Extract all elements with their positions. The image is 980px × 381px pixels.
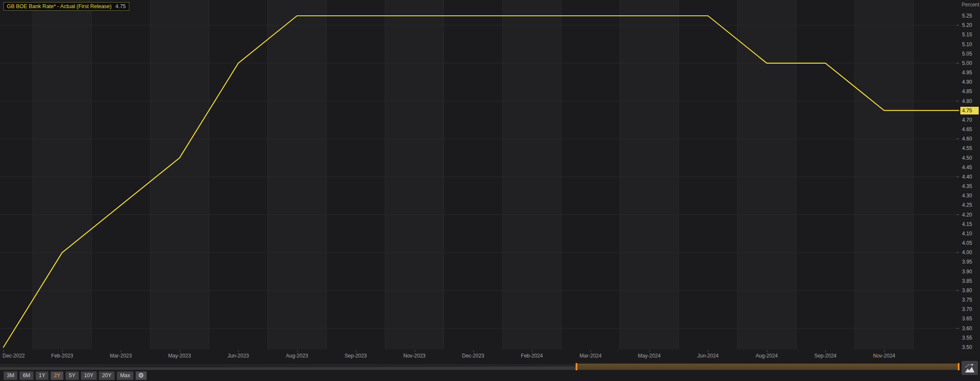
time-axis-tick [3, 350, 4, 352]
gear-icon: ⚙ [138, 372, 144, 379]
range-toolbar: 3M 6M 1Y 2Y 5Y 10Y 20Y Max ⚙ [3, 371, 147, 380]
time-axis-tick [415, 350, 415, 352]
value-axis-tick: 4.60 [962, 135, 972, 142]
value-axis-tick: 4.85 [962, 88, 972, 95]
value-axis[interactable]: Percent 5.255.205.155.105.055.004.954.90… [960, 0, 980, 349]
value-axis-tick: 4.20 [962, 211, 972, 218]
time-axis-tick [767, 350, 767, 352]
chart-window: GB BOE Bank Rate* - Actual (First Releas… [0, 0, 980, 381]
time-axis[interactable]: Dec-2022Feb-2023Mar-2023May-2023Jun-2023… [0, 350, 959, 361]
value-axis-tick: 4.40 [962, 173, 972, 180]
time-axis-tick [238, 350, 239, 352]
time-axis-label: Nov-2023 [403, 353, 425, 359]
time-axis-tick [591, 350, 591, 352]
time-axis-label: Aug-2023 [286, 353, 308, 359]
value-axis-tick: 4.10 [962, 230, 972, 237]
value-axis-tick: 3.85 [962, 278, 972, 284]
time-axis-tick [121, 350, 121, 352]
value-axis-tick: 4.05 [962, 240, 972, 246]
value-axis-tick: 4.45 [962, 164, 972, 171]
time-axis-tick [532, 350, 532, 352]
value-axis-tick: 3.50 [962, 344, 972, 351]
timeline-navigator[interactable] [0, 363, 959, 369]
value-axis-tick: 3.55 [962, 334, 972, 341]
expand-chart-button[interactable] [962, 361, 978, 375]
value-axis-tick: 4.00 [962, 249, 972, 256]
value-axis-tick: 5.10 [962, 41, 972, 48]
range-button-10y[interactable]: 10Y [81, 371, 97, 380]
value-axis-tick: 5.20 [962, 22, 972, 29]
value-axis-tick: 4.95 [962, 69, 972, 76]
value-axis-tick: 3.95 [962, 258, 972, 265]
time-axis-label: Jun-2023 [228, 353, 249, 359]
time-axis-label: Sep-2023 [345, 353, 367, 359]
time-axis-label: Jun-2024 [697, 353, 719, 359]
series-legend[interactable]: GB BOE Bank Rate* - Actual (First Releas… [3, 2, 129, 11]
value-axis-tick: 5.00 [962, 60, 972, 67]
time-axis-label: Sep-2024 [814, 353, 837, 359]
chart-settings-button[interactable]: ⚙ [135, 371, 147, 380]
range-button-2y[interactable]: 2Y [50, 371, 64, 380]
value-axis-tick: 5.15 [962, 31, 972, 38]
value-axis-tick: 4.15 [962, 221, 972, 228]
time-axis-tick [884, 350, 885, 352]
price-chart-plot-area[interactable] [0, 0, 959, 349]
time-axis-label: Feb-2023 [51, 353, 73, 359]
value-axis-tick: 3.90 [962, 268, 972, 275]
value-axis-tick: 3.75 [962, 296, 972, 303]
value-axis-tick: 4.25 [962, 202, 972, 208]
time-axis-tick [297, 350, 298, 352]
value-axis-unit-label: Percent [962, 2, 979, 8]
value-axis-tick: 5.25 [962, 12, 972, 19]
time-axis-tick [180, 350, 180, 352]
navigator-selected-range[interactable] [576, 363, 959, 370]
value-axis-tick: 3.60 [962, 325, 972, 332]
time-axis-tick [62, 350, 63, 352]
time-axis-tick [825, 350, 826, 352]
value-axis-tick: 3.80 [962, 287, 972, 294]
value-axis-tick: 4.55 [962, 145, 972, 152]
value-axis-tick: 3.65 [962, 315, 972, 322]
value-axis-tick: 4.35 [962, 183, 972, 190]
range-button-3m[interactable]: 3M [3, 371, 18, 380]
value-axis-tick: 3.70 [962, 306, 972, 313]
range-button-20y[interactable]: 20Y [99, 371, 115, 380]
value-axis-tick: 5.05 [962, 50, 972, 57]
time-axis-label: Dec-2022 [3, 353, 25, 359]
navigator-left-handle[interactable] [576, 363, 577, 370]
range-button-5y[interactable]: 5Y [65, 371, 79, 380]
time-axis-label: Mar-2024 [579, 353, 601, 359]
time-axis-tick [708, 350, 708, 352]
time-axis-label: Nov-2024 [873, 353, 895, 359]
navigator-right-handle[interactable] [958, 363, 960, 370]
value-axis-tick: 4.30 [962, 192, 972, 199]
time-axis-label: May-2023 [168, 353, 191, 359]
time-axis-tick [649, 350, 650, 352]
series-last-value: 4.75 [115, 3, 126, 9]
time-axis-label: Aug-2024 [755, 353, 778, 359]
value-axis-tick: 4.80 [962, 98, 972, 105]
time-axis-label: Dec-2023 [462, 353, 484, 359]
value-axis-last-value-label: 4.75 [960, 107, 979, 114]
series-title: GB BOE Bank Rate* - Actual (First Releas… [7, 3, 111, 9]
time-axis-tick [473, 350, 474, 352]
time-axis-label: May-2024 [638, 353, 661, 359]
value-axis-tick: 4.70 [962, 117, 972, 123]
time-axis-label: Mar-2023 [110, 353, 132, 359]
range-button-6m[interactable]: 6M [19, 371, 33, 380]
time-axis-label: Feb-2024 [521, 353, 543, 359]
range-button-1y[interactable]: 1Y [35, 371, 49, 380]
value-axis-tick: 4.90 [962, 79, 972, 85]
value-axis-tick: 4.50 [962, 155, 972, 161]
value-axis-tick: 4.65 [962, 126, 972, 133]
expand-chart-icon [964, 363, 975, 373]
time-axis-tick [356, 350, 356, 352]
range-button-max[interactable]: Max [117, 371, 134, 380]
